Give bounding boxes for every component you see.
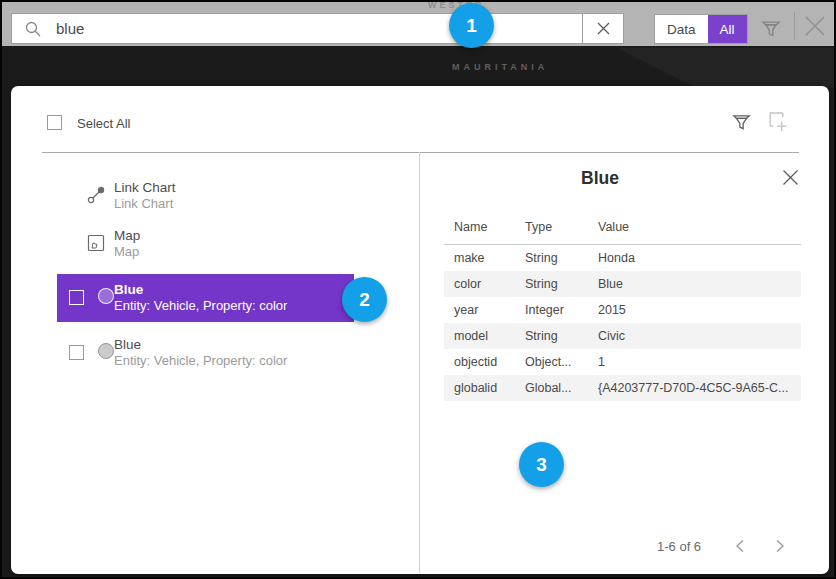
table-row: objectid Object... 1 xyxy=(444,349,801,375)
result-title: Blue xyxy=(114,337,141,352)
detail-title: Blue xyxy=(420,168,780,189)
result-subtitle: Map xyxy=(114,244,139,259)
result-subtitle: Entity: Vehicle, Property: color xyxy=(114,353,287,368)
result-checkbox[interactable] xyxy=(69,290,84,305)
table-row: model String Civic xyxy=(444,323,801,349)
column-divider xyxy=(419,152,420,573)
add-to-selection-icon xyxy=(766,110,790,134)
result-title: Link Chart xyxy=(114,180,176,195)
pagination-label: 1-6 of 6 xyxy=(657,539,701,554)
clear-search-button[interactable] xyxy=(582,13,624,44)
result-checkbox[interactable] xyxy=(69,345,84,360)
funnel-icon xyxy=(732,113,751,132)
result-title: Map xyxy=(114,228,140,243)
search-input[interactable]: blue xyxy=(11,13,583,44)
result-row-blue[interactable]: Blue Entity: Vehicle, Property: color xyxy=(57,329,354,377)
pagination-next-button[interactable] xyxy=(768,534,792,558)
scope-toggle: Data All xyxy=(654,14,748,44)
cell-value: {A4203777-D70D-4C5C-9A65-C... xyxy=(588,375,801,401)
annotation-callout-3: 3 xyxy=(519,442,564,487)
link-chart-icon xyxy=(87,186,105,204)
annotation-callout-2: 2 xyxy=(342,277,387,322)
x-close-icon xyxy=(803,14,827,38)
search-toolbar: blue Data All xyxy=(2,2,834,46)
map-label-mauritania: MAURITANIA xyxy=(452,62,548,72)
result-subtitle: Link Chart xyxy=(114,196,173,211)
scope-data-button[interactable]: Data xyxy=(655,15,708,43)
table-row: year Integer 2015 xyxy=(444,297,801,323)
select-all-label: Select All xyxy=(77,116,130,131)
x-clear-icon xyxy=(597,22,610,35)
cell-name: color xyxy=(444,271,515,297)
cell-value: Honda xyxy=(588,245,801,272)
cell-value: Blue xyxy=(588,271,801,297)
close-search-button[interactable] xyxy=(800,11,830,41)
table-row: globalid Global... {A4203777-D70D-4C5C-9… xyxy=(444,375,801,401)
cell-type: Object... xyxy=(515,349,588,375)
x-close-icon xyxy=(782,169,799,186)
column-header: Value xyxy=(588,214,801,245)
entity-node-icon xyxy=(98,288,114,304)
table-header-row: Name Type Value xyxy=(444,214,801,245)
cell-type: String xyxy=(515,271,588,297)
result-subtitle: Entity: Vehicle, Property: color xyxy=(114,298,287,313)
column-header: Name xyxy=(444,214,515,245)
cell-type: String xyxy=(515,245,588,272)
cell-type: Integer xyxy=(515,297,588,323)
header-divider xyxy=(42,152,799,153)
cell-name: model xyxy=(444,323,515,349)
cell-value: Civic xyxy=(588,323,801,349)
result-row-blue-selected[interactable]: Blue Entity: Vehicle, Property: color xyxy=(57,274,354,322)
cell-name: year xyxy=(444,297,515,323)
cell-name: globalid xyxy=(444,375,515,401)
cell-type: Global... xyxy=(515,375,588,401)
search-value: blue xyxy=(56,20,84,37)
cell-type: String xyxy=(515,323,588,349)
funnel-icon xyxy=(761,19,781,39)
search-results-panel: Select All Link Chart Link Chart Map xyxy=(11,86,829,574)
result-row-map[interactable]: Map Map xyxy=(57,220,354,268)
cell-value: 2015 xyxy=(588,297,801,323)
entity-node-icon xyxy=(98,343,114,359)
cell-value: 1 xyxy=(588,349,801,375)
screenshot-root: MAURITANIA WESTER blue Data All xyxy=(0,0,836,579)
add-to-selection-button[interactable] xyxy=(765,109,791,135)
search-icon xyxy=(24,20,42,38)
chevron-right-icon xyxy=(775,539,785,553)
map-icon xyxy=(87,234,105,252)
filter-button[interactable] xyxy=(756,14,786,44)
table-row: make String Honda xyxy=(444,245,801,272)
cell-name: make xyxy=(444,245,515,272)
toolbar-divider xyxy=(794,12,795,40)
results-filter-button[interactable] xyxy=(729,110,753,134)
table-row: color String Blue xyxy=(444,271,801,297)
column-header: Type xyxy=(515,214,588,245)
map-region xyxy=(522,48,836,88)
scope-all-button[interactable]: All xyxy=(708,15,747,43)
attribute-table: Name Type Value make String Honda color … xyxy=(444,214,801,401)
result-row-link-chart[interactable]: Link Chart Link Chart xyxy=(57,172,354,220)
detail-close-button[interactable] xyxy=(777,164,803,190)
result-title: Blue xyxy=(114,282,143,297)
select-all-checkbox[interactable] xyxy=(47,115,62,130)
pagination-prev-button[interactable] xyxy=(728,534,752,558)
chevron-left-icon xyxy=(735,539,745,553)
annotation-callout-1: 1 xyxy=(449,3,494,48)
cell-name: objectid xyxy=(444,349,515,375)
